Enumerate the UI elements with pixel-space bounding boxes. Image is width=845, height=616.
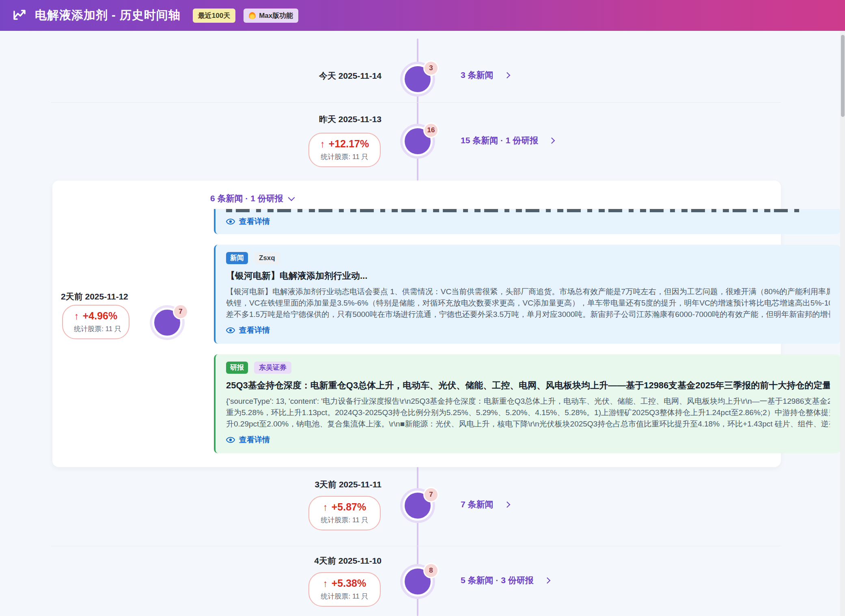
- news-body: 【银河电新】电解液添加剂行业动态电话会要点 1、供需情况：VC当前供需很紧，头部…: [226, 286, 830, 320]
- timeline-date-yesterday: 昨天 2025-11-13: [244, 114, 382, 125]
- news-title: 【银河电新】电解液添加剂行业动...: [226, 270, 830, 282]
- view-detail-label: 查看详情: [239, 325, 270, 336]
- news-count-link[interactable]: 7 条新闻: [461, 499, 494, 510]
- count-badge: 3: [423, 60, 439, 76]
- view-detail-link[interactable]: 查看详情: [226, 325, 830, 336]
- news-source-chip: Zsxq: [254, 252, 280, 264]
- news-link-row-yesterday[interactable]: 15 条新闻 · 1 份研报: [461, 135, 554, 146]
- news-count-link[interactable]: 5 条新闻 · 3 份研报: [461, 575, 534, 586]
- report-body: {'sourceType': 13, 'content': '电力设备行业深度报…: [226, 396, 830, 430]
- count-badge: 16: [423, 123, 439, 138]
- timeline-date-3days: 3天前 2025-11-11: [244, 479, 382, 490]
- stocks-count: 统计股票: 11 只: [69, 325, 123, 334]
- news-body-line: 铁锂，VC在铁锂里面的添加量是3.5%-6%（特别是储能，对循环充放电次数要求更…: [226, 297, 830, 309]
- timeline-date-2days: 2天前 2025-11-12: [61, 291, 128, 302]
- report-body-line: {'sourceType': 13, 'content': '电力设备行业深度报…: [226, 396, 830, 407]
- chevron-right-icon: [504, 72, 510, 78]
- report-title: 25Q3基金持仓深度：电新重仓Q3总体上升，电动车、光伏、储能、工控、电网、风电…: [226, 379, 830, 392]
- timeline-node-2days[interactable]: 7: [152, 308, 182, 338]
- up-arrow-icon: ↑: [323, 502, 328, 512]
- report-type-badge: 研报: [226, 362, 248, 374]
- news-body-line: 差不多1.5万吨是给宁德保供的，只有5000吨在市场进行流通，宁德也还要外采3.…: [226, 309, 830, 320]
- chevron-right-icon: [549, 137, 555, 144]
- news-count-link[interactable]: 15 条新闻 · 1 份研报: [461, 135, 538, 146]
- report-body-line: 升0.29pct至2.00%，钠电池、复合集流体上涨。\r\n■新能源：光伏、风…: [226, 418, 830, 430]
- expanded-day-card: 2天前 2025-11-12 ↑ +4.96% 统计股票: 11 只 7 6 条…: [52, 181, 781, 467]
- count-badge: 7: [423, 487, 439, 502]
- news-link-row-today[interactable]: 3 条新闻: [461, 69, 509, 81]
- news-count-link[interactable]: 3 条新闻: [461, 69, 494, 81]
- timeline-line-top: [417, 39, 418, 181]
- count-badge: 8: [423, 563, 439, 578]
- scrollbar-thumb[interactable]: [841, 35, 845, 117]
- history-timeline-page: 电解液添加剂 - 历史时间轴 最近100天 Max版功能 今天 2025-11-…: [0, 0, 845, 616]
- news-type-badge: 新闻: [226, 252, 248, 264]
- max-feature-badge: Max版功能: [244, 9, 298, 23]
- day-summary-toggle[interactable]: 6 条新闻 · 1 份研报: [210, 193, 294, 204]
- timeline-node-yesterday[interactable]: 16: [403, 126, 433, 156]
- change-percent: +4.96%: [83, 310, 118, 322]
- view-detail-label: 查看详情: [239, 435, 270, 445]
- timeline-node-today[interactable]: 3: [403, 64, 433, 94]
- change-percent: +12.17%: [329, 138, 369, 150]
- up-arrow-icon: ↑: [323, 579, 328, 588]
- page-title: 电解液添加剂 - 历史时间轴: [35, 7, 181, 24]
- timeline-date-4days: 4天前 2025-11-10: [244, 555, 382, 566]
- change-percent: +5.87%: [332, 502, 366, 513]
- timeline-node-3days[interactable]: 7: [403, 491, 433, 521]
- row-divider: [51, 546, 781, 546]
- news-body-line: 【银河电新】电解液添加剂行业动态电话会要点 1、供需情况：VC当前供需很紧，头部…: [226, 286, 830, 297]
- change-pill: ↑ +12.17% 统计股票: 11 只: [308, 133, 381, 167]
- count-badge: 7: [173, 304, 188, 319]
- stocks-count: 统计股票: 11 只: [315, 153, 374, 162]
- day-cards-list: 查看详情 新闻 Zsxq 【银河电新】电解液添加剂行业动... 【银河电新】电解…: [214, 209, 841, 454]
- view-detail-label: 查看详情: [239, 216, 270, 227]
- change-percent: +5.38%: [332, 578, 366, 589]
- timeline-date-today: 今天 2025-11-14: [244, 70, 382, 82]
- up-arrow-icon: ↑: [320, 139, 325, 149]
- news-card: 新闻 Zsxq 【银河电新】电解液添加剂行业动... 【银河电新】电解液添加剂行…: [214, 245, 841, 344]
- chevron-right-icon: [504, 501, 510, 508]
- news-link-row-4days[interactable]: 5 条新闻 · 3 份研报: [461, 575, 550, 586]
- chevron-down-icon: [288, 194, 295, 201]
- max-feature-label: Max版功能: [259, 11, 293, 20]
- row-divider: [51, 102, 781, 103]
- chevron-right-icon: [544, 577, 550, 584]
- news-card-partial: 查看详情: [214, 209, 841, 234]
- fire-icon: [249, 12, 256, 19]
- change-pill: ↑ +5.87% 统计股票: 11 只: [308, 496, 381, 530]
- news-link-row-3days[interactable]: 7 条新闻: [461, 499, 509, 510]
- change-pill: ↑ +4.96% 统计股票: 11 只: [62, 305, 129, 339]
- change-pill: ↑ +5.38% 统计股票: 11 只: [308, 572, 381, 607]
- trend-chart-icon: [12, 7, 27, 24]
- date-range-badge: 最近100天: [193, 9, 235, 23]
- page-header: 电解液添加剂 - 历史时间轴 最近100天 Max版功能: [0, 0, 845, 31]
- up-arrow-icon: ↑: [74, 311, 79, 321]
- stocks-count: 统计股票: 11 只: [315, 592, 374, 601]
- view-detail-link[interactable]: 查看详情: [226, 435, 830, 445]
- stocks-count: 统计股票: 11 只: [315, 516, 374, 525]
- report-source-chip: 东吴证券: [254, 362, 291, 374]
- clipped-text-strip: [226, 209, 806, 212]
- day-summary-label: 6 条新闻 · 1 份研报: [210, 193, 283, 204]
- report-card: 研报 东吴证券 25Q3基金持仓深度：电新重仓Q3总体上升，电动车、光伏、储能、…: [214, 354, 841, 453]
- report-body-line: 重为5.28%，环比上升1.13pct。2024Q3-2025Q3持仓比例分别为…: [226, 407, 830, 418]
- view-detail-link[interactable]: 查看详情: [226, 216, 830, 227]
- scrollbar-track: [840, 31, 845, 616]
- timeline-node-4days[interactable]: 8: [403, 566, 433, 597]
